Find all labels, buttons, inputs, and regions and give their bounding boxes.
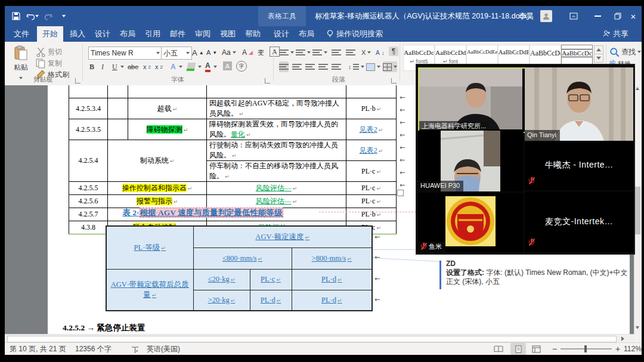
styles-scroll-down-icon[interactable] [594,54,603,63]
tab-review[interactable]: 审阅 [191,26,215,42]
change-arrow: ← [374,296,380,304]
close-button[interactable]: × [625,6,642,26]
font-name-combo[interactable]: Times New R [88,47,162,60]
distribute-icon[interactable] [332,61,341,72]
tell-me-search[interactable]: 操作说明搜索 [336,26,390,42]
bold-icon[interactable]: B [89,61,94,72]
table-row: 4.2.5.6 报警与指示 风险评估— PL·c [69,195,397,208]
table-resize-handle[interactable] [397,190,404,196]
line-spacing-icon[interactable]: ↕ [348,61,364,72]
copy-button[interactable]: 复制 [36,58,62,69]
vertical-scroll-thumb[interactable] [635,187,640,234]
title-bar: 表格工具 标准草案-移动搬运机器人（AGV)认证技术规范 2019-11-18.… [5,6,642,26]
tab-layout[interactable]: 布局 [116,26,140,42]
find-button[interactable]: 查找 [609,47,641,57]
qat-customize-icon[interactable] [57,10,70,22]
redo-icon[interactable] [42,10,55,22]
read-mode-icon[interactable] [494,345,503,357]
highlight-color-icon[interactable] [187,61,202,72]
align-right-icon[interactable] [305,61,315,72]
character-border-icon[interactable]: A [270,47,280,57]
language-indicator[interactable]: 英语(美国) [147,343,180,355]
align-left-icon[interactable] [279,61,289,72]
font-color-icon[interactable]: A [205,61,217,72]
comment-author: ZD [446,259,634,268]
justify-icon[interactable] [318,61,328,72]
page-indicator[interactable]: 第 10 页, 共 21 页 [10,343,66,355]
video-tile[interactable]: HUAWEI P30 [418,131,524,191]
increase-indent-icon[interactable] [346,47,355,58]
tab-mailings[interactable]: 邮件 [166,26,190,42]
enclose-characters-icon[interactable]: 字 [236,61,247,72]
strikethrough-icon[interactable]: abe [128,61,138,72]
scroll-right-icon[interactable] [621,336,624,341]
borders-icon[interactable] [383,61,397,72]
font-size-combo[interactable]: 小五 [161,47,192,60]
grow-font-icon[interactable]: A▲ [192,47,204,58]
video-tile-speaker[interactable]: 上海电器科学研究所... [418,67,526,133]
change-arrow: ← [400,106,405,114]
phonetic-guide-icon[interactable]: 变 [258,47,264,58]
paste-icon [14,45,28,61]
sort-icon[interactable]: A↓ [376,47,385,58]
tracked-change-comment[interactable]: ZD 设置了格式: 字体: (默认) Times New Roman, (中文)… [446,259,634,286]
scroll-down-icon[interactable] [636,326,639,329]
save-icon[interactable] [10,10,23,22]
zoom-out-icon[interactable]: − [552,343,557,355]
minimize-button[interactable] [588,6,607,26]
tab-view[interactable]: 视图 [216,26,240,42]
tab-table-layout[interactable]: 布局 [295,26,318,42]
share-button[interactable]: 共享 [613,26,634,42]
tab-design[interactable]: 设计 [91,26,114,42]
tab-home[interactable]: 开始 [37,26,63,42]
tab-help[interactable]: 帮助 [241,26,265,42]
clipboard-dialog-launcher[interactable] [75,78,80,83]
asian-layout-icon[interactable]: X [361,47,371,58]
video-conference-panel[interactable]: 上海电器科学研究所... Qin Tianyi [416,64,635,255]
multilevel-list-icon[interactable] [312,47,327,58]
italic-icon[interactable]: I [101,61,104,72]
video-tile-audio-only[interactable]: 麦竞文-Intertek… [525,191,633,252]
scroll-up-icon[interactable] [636,87,639,90]
ribbon-display-options-icon[interactable] [564,6,583,26]
font-dialog-launcher[interactable] [265,78,270,83]
tab-table-design[interactable]: 设计 [270,26,293,42]
align-center-icon[interactable] [292,61,302,72]
numbering-icon[interactable] [296,47,311,58]
tab-insert[interactable]: 插入 [66,26,89,42]
horizontal-scrollbar[interactable] [5,334,634,343]
bullets-icon[interactable] [279,47,294,58]
change-case-icon[interactable]: Aa [222,47,236,58]
show-marks-icon[interactable]: ¶ [389,47,398,56]
video-tile[interactable]: 鱼米 [418,193,524,252]
clear-formatting-icon[interactable]: A◢ [242,47,253,58]
participant-name: 麦竞文-Intertek… [525,216,633,227]
zoom-slider-thumb[interactable] [584,345,587,352]
styles-scroll-up-icon[interactable] [594,45,603,54]
character-shading-icon[interactable]: A [223,61,232,70]
tab-references[interactable]: 引用 [141,26,165,42]
pl-table: PL·等级 AGV·额定速度 ≤800·mm/s >800·mm/s AGV·带… [106,225,373,311]
video-tile-audio-only[interactable]: 牛曦杰 - Interte… [525,142,633,190]
tab-file[interactable]: 文件 [8,26,35,42]
zoom-level[interactable]: 112% [624,343,642,355]
print-layout-icon[interactable] [510,343,526,355]
shrink-font-icon[interactable]: A▼ [206,47,217,58]
subscript-icon[interactable]: x2 [143,61,151,72]
undo-icon[interactable] [24,10,41,22]
word-count[interactable]: 12356 个字 [75,343,112,355]
horizontal-scroll-thumb[interactable] [7,336,617,342]
shading-icon[interactable] [366,61,380,72]
decrease-indent-icon[interactable] [332,47,341,58]
zoom-in-icon[interactable]: + [615,343,620,355]
text-effects-icon[interactable]: A [171,61,182,72]
superscript-icon[interactable]: x2 [155,61,163,72]
cut-button[interactable]: 剪切 [36,47,62,57]
paragraph-dialog-launcher[interactable] [391,78,397,83]
web-layout-icon[interactable] [532,345,541,357]
user-avatar[interactable] [540,10,552,22]
video-tile[interactable]: Qin Tianyi [525,67,633,141]
underline-icon[interactable]: U [112,61,124,72]
proofing-icon[interactable] [131,345,139,357]
participant-name: 牛曦杰 - Interte… [525,160,633,171]
